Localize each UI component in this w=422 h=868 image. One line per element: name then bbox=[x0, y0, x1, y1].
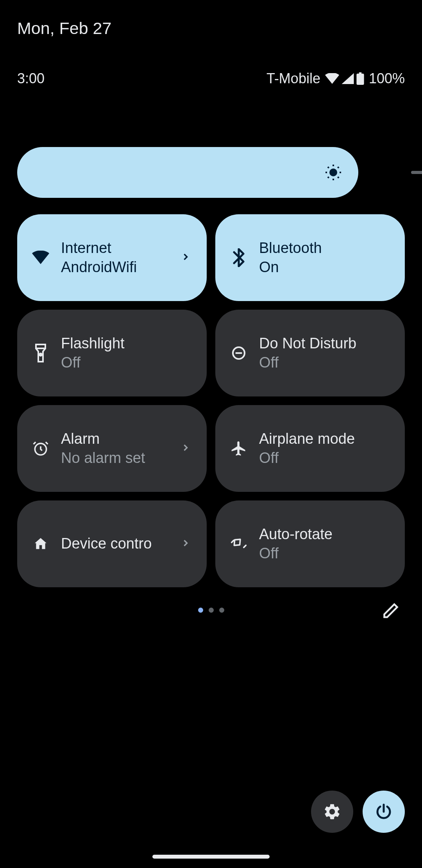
tile-subtitle: Off bbox=[259, 544, 391, 563]
tile-title: Device contro bbox=[61, 534, 169, 553]
tile-title: Auto-rotate bbox=[259, 525, 391, 544]
brightness-track bbox=[411, 171, 422, 174]
tile-title: Airplane mode bbox=[259, 429, 391, 448]
status-time: 3:00 bbox=[17, 70, 45, 87]
tile-subtitle: Off bbox=[61, 353, 193, 372]
chevron-right-icon[interactable] bbox=[180, 538, 193, 550]
status-right: T-Mobile 100% bbox=[266, 70, 405, 87]
page-dot[interactable] bbox=[198, 608, 203, 613]
page-dot[interactable] bbox=[209, 608, 214, 613]
navigation-handle[interactable] bbox=[152, 855, 270, 859]
svg-rect-3 bbox=[36, 344, 45, 348]
date-header: Mon, Feb 27 bbox=[17, 19, 111, 38]
power-button[interactable] bbox=[363, 791, 405, 833]
wifi-icon bbox=[31, 248, 50, 267]
tile-dnd[interactable]: Do Not Disturb Off bbox=[215, 310, 405, 396]
tile-title: Bluetooth bbox=[259, 239, 391, 258]
status-bar: 3:00 T-Mobile 100% bbox=[0, 70, 422, 87]
chevron-right-icon[interactable] bbox=[180, 442, 193, 455]
pagination-dots bbox=[0, 608, 422, 613]
tile-subtitle: Off bbox=[259, 353, 391, 372]
auto-rotate-icon bbox=[229, 534, 248, 553]
tile-subtitle: AndroidWifi bbox=[61, 258, 169, 277]
page-dot[interactable] bbox=[219, 608, 224, 613]
alarm-icon bbox=[31, 439, 50, 458]
pencil-icon bbox=[382, 602, 399, 619]
bottom-actions bbox=[311, 791, 405, 833]
svg-point-2 bbox=[330, 169, 336, 176]
wifi-icon bbox=[325, 73, 339, 84]
tile-device-controls[interactable]: Device contro bbox=[17, 500, 207, 587]
carrier-label: T-Mobile bbox=[266, 70, 320, 87]
tile-title: Alarm bbox=[61, 429, 169, 448]
tile-internet[interactable]: Internet AndroidWifi bbox=[17, 214, 207, 301]
tile-alarm[interactable]: Alarm No alarm set bbox=[17, 405, 207, 492]
settings-button[interactable] bbox=[311, 791, 353, 833]
airplane-icon bbox=[229, 439, 248, 458]
tile-title: Do Not Disturb bbox=[259, 334, 391, 353]
tile-title: Internet bbox=[61, 239, 169, 258]
svg-point-4 bbox=[39, 353, 42, 356]
tiles-grid: Internet AndroidWifi Bluetooth On Flashl… bbox=[17, 214, 405, 587]
tile-auto-rotate[interactable]: Auto-rotate Off bbox=[215, 500, 405, 587]
dnd-icon bbox=[229, 344, 248, 362]
status-icons bbox=[325, 72, 364, 85]
power-icon bbox=[374, 802, 393, 821]
tile-title: Flashlight bbox=[61, 334, 193, 353]
brightness-slider[interactable] bbox=[17, 147, 358, 198]
tile-airplane[interactable]: Airplane mode Off bbox=[215, 405, 405, 492]
flashlight-icon bbox=[31, 344, 50, 362]
battery-icon bbox=[356, 72, 364, 85]
brightness-row bbox=[17, 147, 405, 198]
home-icon bbox=[31, 534, 50, 553]
svg-rect-1 bbox=[359, 72, 361, 74]
tile-subtitle: On bbox=[259, 258, 391, 277]
battery-percentage: 100% bbox=[369, 70, 405, 87]
svg-rect-0 bbox=[356, 74, 364, 85]
tile-flashlight[interactable]: Flashlight Off bbox=[17, 310, 207, 396]
chevron-right-icon[interactable] bbox=[180, 251, 193, 264]
gear-icon bbox=[323, 802, 342, 821]
tile-bluetooth[interactable]: Bluetooth On bbox=[215, 214, 405, 301]
bluetooth-icon bbox=[229, 248, 248, 267]
tile-subtitle: No alarm set bbox=[61, 448, 169, 468]
edit-tiles-button[interactable] bbox=[380, 600, 402, 622]
brightness-icon bbox=[324, 163, 343, 182]
tile-subtitle: Off bbox=[259, 448, 391, 468]
signal-icon bbox=[342, 73, 354, 84]
